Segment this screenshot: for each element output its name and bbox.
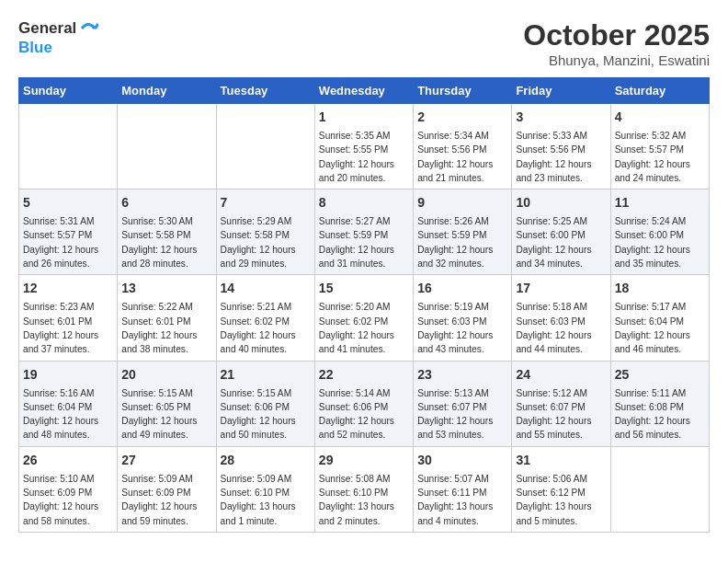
- week-row-4: 19Sunrise: 5:16 AM Sunset: 6:04 PM Dayli…: [19, 361, 710, 446]
- day-cell: 9Sunrise: 5:26 AM Sunset: 5:59 PM Daylig…: [414, 190, 512, 275]
- day-cell: 7Sunrise: 5:29 AM Sunset: 5:58 PM Daylig…: [216, 190, 314, 275]
- day-info: Sunrise: 5:08 AM Sunset: 6:10 PM Dayligh…: [319, 472, 409, 528]
- day-info: Sunrise: 5:35 AM Sunset: 5:55 PM Dayligh…: [319, 129, 409, 185]
- day-cell: 11Sunrise: 5:24 AM Sunset: 6:00 PM Dayli…: [610, 190, 709, 275]
- day-info: Sunrise: 5:29 AM Sunset: 5:58 PM Dayligh…: [221, 214, 311, 270]
- day-cell: 20Sunrise: 5:15 AM Sunset: 6:05 PM Dayli…: [118, 361, 216, 446]
- day-cell: 29Sunrise: 5:08 AM Sunset: 6:10 PM Dayli…: [314, 446, 413, 532]
- day-info: Sunrise: 5:07 AM Sunset: 6:11 PM Dayligh…: [417, 472, 507, 528]
- day-cell: 10Sunrise: 5:25 AM Sunset: 6:00 PM Dayli…: [512, 190, 610, 275]
- day-number: 12: [23, 279, 113, 298]
- day-number: 6: [121, 193, 211, 213]
- day-info: Sunrise: 5:16 AM Sunset: 6:04 PM Dayligh…: [23, 386, 113, 442]
- day-number: 29: [319, 451, 409, 470]
- day-info: Sunrise: 5:13 AM Sunset: 6:07 PM Dayligh…: [417, 386, 507, 442]
- day-number: 27: [121, 451, 211, 470]
- day-cell: 1Sunrise: 5:35 AM Sunset: 5:55 PM Daylig…: [314, 104, 413, 190]
- day-cell: 6Sunrise: 5:30 AM Sunset: 5:58 PM Daylig…: [118, 190, 216, 275]
- day-number: 17: [516, 279, 606, 298]
- day-number: 19: [23, 365, 113, 385]
- day-cell: 13Sunrise: 5:22 AM Sunset: 6:01 PM Dayli…: [118, 275, 216, 361]
- day-number: 8: [319, 193, 409, 213]
- day-info: Sunrise: 5:30 AM Sunset: 5:58 PM Dayligh…: [121, 214, 211, 270]
- day-number: 22: [319, 365, 409, 385]
- day-info: Sunrise: 5:06 AM Sunset: 6:12 PM Dayligh…: [516, 472, 606, 528]
- day-cell: 23Sunrise: 5:13 AM Sunset: 6:07 PM Dayli…: [414, 361, 512, 446]
- location: Bhunya, Manzini, Eswatini: [523, 52, 710, 68]
- column-header-saturday: Saturday: [610, 78, 709, 104]
- day-number: 25: [615, 365, 705, 385]
- day-cell: 3Sunrise: 5:33 AM Sunset: 5:56 PM Daylig…: [512, 104, 610, 190]
- logo-blue: Blue: [18, 39, 98, 57]
- day-info: Sunrise: 5:22 AM Sunset: 6:01 PM Dayligh…: [121, 300, 211, 356]
- day-cell: 17Sunrise: 5:18 AM Sunset: 6:03 PM Dayli…: [512, 275, 610, 361]
- day-info: Sunrise: 5:25 AM Sunset: 6:00 PM Dayligh…: [516, 214, 606, 270]
- day-cell: 15Sunrise: 5:20 AM Sunset: 6:02 PM Dayli…: [314, 275, 413, 361]
- day-info: Sunrise: 5:09 AM Sunset: 6:09 PM Dayligh…: [121, 472, 211, 528]
- day-info: Sunrise: 5:31 AM Sunset: 5:57 PM Dayligh…: [23, 214, 113, 270]
- day-number: 24: [516, 365, 606, 385]
- day-cell: 27Sunrise: 5:09 AM Sunset: 6:09 PM Dayli…: [118, 446, 216, 532]
- day-number: 31: [516, 451, 606, 470]
- day-cell: [118, 104, 216, 190]
- day-number: 1: [319, 108, 409, 127]
- day-number: 11: [615, 193, 705, 213]
- day-number: 9: [417, 193, 507, 213]
- day-cell: 12Sunrise: 5:23 AM Sunset: 6:01 PM Dayli…: [19, 275, 118, 361]
- day-number: 5: [23, 193, 113, 213]
- day-number: 7: [221, 193, 311, 213]
- day-number: 28: [221, 451, 311, 470]
- day-cell: 21Sunrise: 5:15 AM Sunset: 6:06 PM Dayli…: [216, 361, 314, 446]
- day-cell: 25Sunrise: 5:11 AM Sunset: 6:08 PM Dayli…: [610, 361, 709, 446]
- day-number: 16: [417, 279, 507, 298]
- day-cell: 18Sunrise: 5:17 AM Sunset: 6:04 PM Dayli…: [610, 275, 709, 361]
- day-number: 3: [516, 108, 606, 127]
- day-number: 23: [417, 365, 507, 385]
- day-cell: 30Sunrise: 5:07 AM Sunset: 6:11 PM Dayli…: [414, 446, 512, 532]
- column-header-wednesday: Wednesday: [314, 78, 413, 104]
- logo-general: General: [18, 19, 76, 38]
- day-info: Sunrise: 5:34 AM Sunset: 5:56 PM Dayligh…: [417, 129, 507, 185]
- day-number: 30: [417, 451, 507, 470]
- day-info: Sunrise: 5:14 AM Sunset: 6:06 PM Dayligh…: [319, 386, 409, 442]
- column-header-tuesday: Tuesday: [216, 78, 314, 104]
- day-info: Sunrise: 5:23 AM Sunset: 6:01 PM Dayligh…: [23, 300, 113, 356]
- day-cell: 22Sunrise: 5:14 AM Sunset: 6:06 PM Dayli…: [314, 361, 413, 446]
- day-cell: 14Sunrise: 5:21 AM Sunset: 6:02 PM Dayli…: [216, 275, 314, 361]
- week-row-2: 5Sunrise: 5:31 AM Sunset: 5:57 PM Daylig…: [19, 190, 710, 275]
- day-info: Sunrise: 5:15 AM Sunset: 6:05 PM Dayligh…: [121, 386, 211, 442]
- day-cell: 24Sunrise: 5:12 AM Sunset: 6:07 PM Dayli…: [512, 361, 610, 446]
- column-header-friday: Friday: [512, 78, 610, 104]
- day-cell: [610, 446, 709, 532]
- day-info: Sunrise: 5:15 AM Sunset: 6:06 PM Dayligh…: [221, 386, 311, 442]
- week-row-3: 12Sunrise: 5:23 AM Sunset: 6:01 PM Dayli…: [19, 275, 710, 361]
- week-row-1: 1Sunrise: 5:35 AM Sunset: 5:55 PM Daylig…: [19, 104, 710, 190]
- week-row-5: 26Sunrise: 5:10 AM Sunset: 6:09 PM Dayli…: [19, 446, 710, 532]
- day-cell: 5Sunrise: 5:31 AM Sunset: 5:57 PM Daylig…: [19, 190, 118, 275]
- day-cell: 8Sunrise: 5:27 AM Sunset: 5:59 PM Daylig…: [314, 190, 413, 275]
- day-number: 13: [121, 279, 211, 298]
- day-info: Sunrise: 5:12 AM Sunset: 6:07 PM Dayligh…: [516, 386, 606, 442]
- day-info: Sunrise: 5:27 AM Sunset: 5:59 PM Dayligh…: [319, 214, 409, 270]
- column-header-thursday: Thursday: [414, 78, 512, 104]
- column-header-monday: Monday: [118, 78, 216, 104]
- day-info: Sunrise: 5:11 AM Sunset: 6:08 PM Dayligh…: [615, 386, 705, 442]
- day-number: 21: [221, 365, 311, 385]
- day-number: 20: [121, 365, 211, 385]
- day-number: 26: [23, 451, 113, 470]
- logo-text: General Blue: [18, 18, 98, 57]
- day-cell: 28Sunrise: 5:09 AM Sunset: 6:10 PM Dayli…: [216, 446, 314, 532]
- month-title: October 2025: [523, 18, 710, 52]
- day-number: 14: [221, 279, 311, 298]
- day-info: Sunrise: 5:19 AM Sunset: 6:03 PM Dayligh…: [417, 300, 507, 356]
- day-info: Sunrise: 5:17 AM Sunset: 6:04 PM Dayligh…: [615, 300, 705, 356]
- day-cell: [216, 104, 314, 190]
- day-info: Sunrise: 5:26 AM Sunset: 5:59 PM Dayligh…: [417, 214, 507, 270]
- calendar-table: SundayMondayTuesdayWednesdayThursdayFrid…: [18, 77, 710, 533]
- logo: General Blue: [18, 18, 98, 57]
- day-cell: [19, 104, 118, 190]
- day-number: 15: [319, 279, 409, 298]
- day-cell: 26Sunrise: 5:10 AM Sunset: 6:09 PM Dayli…: [19, 446, 118, 532]
- day-cell: 16Sunrise: 5:19 AM Sunset: 6:03 PM Dayli…: [414, 275, 512, 361]
- title-block: October 2025 Bhunya, Manzini, Eswatini: [523, 18, 710, 68]
